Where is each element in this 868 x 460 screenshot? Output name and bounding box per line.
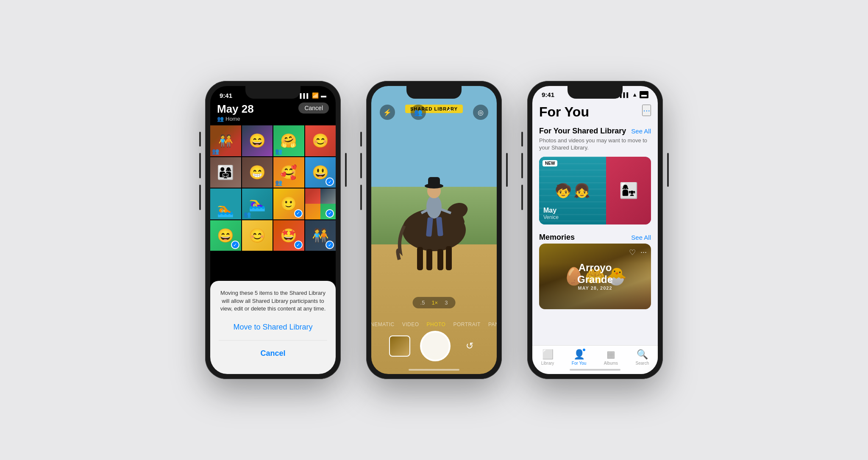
shared-library-section: For Your Shared Library See All Photos a…: [539, 127, 651, 224]
horse-rider-svg: [392, 128, 476, 272]
phone-3-home-indicator: [570, 369, 620, 371]
phone-1-cancel-button[interactable]: Cancel: [219, 346, 327, 361]
photo-cell[interactable]: 🤗 👥: [273, 125, 304, 156]
mode-photo[interactable]: PHOTO: [426, 321, 445, 327]
photo-selected-check: ✓: [231, 241, 239, 249]
memory-heart-button[interactable]: ♡: [629, 248, 636, 257]
phone-1-date: May 28: [217, 103, 254, 115]
svg-rect-4: [426, 249, 432, 270]
chevron-up-icon: ⌃: [446, 108, 453, 117]
wifi-icon: 📶: [312, 92, 319, 99]
zoom-3x-button[interactable]: 3: [443, 299, 449, 306]
shared-library-heading: For Your Shared Library: [539, 127, 626, 136]
shared-library-see-all[interactable]: See All: [631, 127, 651, 135]
photo-cell[interactable]: 😄 ✓: [210, 220, 241, 251]
scene: 9:41 ▌▌▌ 📶 ▬ May 28 👥 Home Cancel: [188, 64, 680, 396]
photo-selected-check: ✓: [326, 177, 334, 186]
photo-cell[interactable]: 😃 ✓: [305, 157, 336, 188]
photo-cell[interactable]: 🏊‍♀️ 👥: [242, 188, 273, 219]
zoom-0.5-button[interactable]: .5: [419, 299, 427, 306]
card-background: 🧒👧 NEW May Venice: [539, 157, 651, 224]
shared-badge-icon: 👥: [275, 148, 282, 155]
photo-cell[interactable]: 😊: [242, 220, 273, 251]
library-tab-icon: ⬜: [542, 349, 554, 360]
wifi-icon: ▲: [632, 91, 637, 98]
photo-cell[interactable]: 🥰 👥: [273, 157, 304, 188]
memories-heading: Memories: [539, 233, 575, 242]
chevron-up-button[interactable]: ⌃: [442, 105, 457, 120]
phone-2-screen: SHARED LIBRARY ⚡ 👥 ⌃ ◎ .5 1×: [371, 86, 497, 374]
tab-albums[interactable]: ▦ Albums: [604, 349, 618, 366]
flash-button[interactable]: ⚡: [380, 105, 395, 120]
mode-portrait[interactable]: PORTRAIT: [453, 321, 480, 327]
memories-section: Memories See All 🥚🤲🐣 ArroyoGrande: [539, 233, 651, 309]
phone-2-notch: [406, 86, 462, 99]
people-icon: 👥: [217, 116, 224, 122]
photo-cell[interactable]: 🏊: [210, 188, 241, 219]
shared-library-card[interactable]: 🧒👧 NEW May Venice: [539, 157, 651, 224]
photo-selected-check: ✓: [294, 209, 303, 218]
flip-camera-button[interactable]: ↺: [460, 337, 479, 355]
phone-2-home-indicator: [409, 369, 459, 371]
phone-2: SHARED LIBRARY ⚡ 👥 ⌃ ◎ .5 1×: [366, 81, 502, 379]
mode-video[interactable]: VIDEO: [402, 321, 419, 327]
phone-3-screen: 9:41 ▌▌▌▌ ▲ ▬ ··· For You For Your Share…: [532, 86, 658, 374]
memories-card[interactable]: 🥚🤲🐣 ArroyoGrande MAY 28, 2022 ♡ ···: [539, 244, 651, 309]
camera-mode-strip: CINEMATIC VIDEO PHOTO PORTRAIT PANO: [371, 321, 497, 327]
phone-1-popup-description: Moving these 5 items to the Shared Libra…: [219, 289, 327, 313]
albums-tab-icon: ▦: [606, 349, 615, 360]
photo-cell[interactable]: 😁: [242, 157, 273, 188]
photo-cell[interactable]: 🧑‍🤝‍🧑 👥: [210, 125, 241, 156]
camera-settings-button[interactable]: ◎: [473, 105, 488, 120]
photo-cell[interactable]: 🤩 ✓: [273, 220, 304, 251]
new-badge: NEW: [542, 160, 557, 166]
photo-cell[interactable]: 😄: [242, 125, 273, 156]
photo-cell[interactable]: ✓: [305, 188, 336, 219]
phone-1: 9:41 ▌▌▌ 📶 ▬ May 28 👥 Home Cancel: [205, 81, 341, 379]
albums-tab-label: Albums: [604, 361, 618, 366]
more-options-button[interactable]: ···: [642, 105, 651, 116]
svg-rect-5: [437, 249, 443, 270]
shared-library-description: Photos and videos you may want to move t…: [539, 137, 651, 152]
photo-cell[interactable]: 🧑‍🤝‍🧑 ✓: [305, 220, 336, 251]
photo-selected-check: ✓: [294, 241, 303, 249]
phone-1-time: 9:41: [220, 92, 232, 99]
zoom-1x-button[interactable]: 1×: [430, 299, 440, 306]
for-you-tab-label: For You: [572, 361, 586, 366]
photo-cell[interactable]: 😊: [305, 125, 336, 156]
mode-pano[interactable]: PANO: [488, 321, 497, 327]
last-photo-thumbnail[interactable]: [389, 335, 410, 357]
memory-more-button[interactable]: ···: [640, 248, 647, 257]
phone-1-photo-grid: 🧑‍🤝‍🧑 👥 😄 🤗 👥 😊 👨‍👩‍👧: [210, 125, 336, 251]
phone-3-notch: [568, 86, 623, 99]
move-to-shared-library-button[interactable]: Move to Shared Library: [219, 319, 327, 335]
flash-icon: ⚡: [383, 108, 392, 116]
memory-date: MAY 28, 2022: [578, 285, 612, 291]
search-tab-icon: 🔍: [637, 349, 648, 360]
settings-circle-icon: ◎: [478, 108, 484, 116]
phone-3-scroll-content: For You For Your Shared Library See All …: [532, 100, 658, 346]
photo-cell[interactable]: 👨‍👩‍👧: [210, 157, 241, 188]
phone-1-cancel-top[interactable]: Cancel: [298, 103, 329, 114]
shared-badge-icon: 👥: [275, 179, 282, 186]
mode-cinematic[interactable]: CINEMATIC: [371, 321, 395, 327]
card-left-panel: 🧒👧 NEW May Venice: [539, 157, 606, 224]
memories-section-header: Memories See All: [539, 233, 651, 242]
search-tab-label: Search: [636, 361, 649, 366]
tab-library[interactable]: ⬜ Library: [541, 349, 554, 366]
people-icon: 👥: [414, 108, 423, 116]
tab-for-you[interactable]: 👤 For You: [572, 349, 586, 366]
flip-icon: ↺: [466, 341, 473, 352]
tab-search[interactable]: 🔍 Search: [636, 349, 649, 366]
for-you-tab-badge-container: 👤: [573, 349, 585, 360]
shared-library-toggle[interactable]: 👥: [411, 105, 426, 120]
memories-see-all[interactable]: See All: [631, 234, 651, 241]
photo-selected-check: ✓: [326, 209, 334, 218]
card-month-label: May: [543, 207, 559, 214]
svg-rect-6: [446, 246, 452, 270]
card-location-label: Venice: [543, 214, 559, 220]
photo-cell[interactable]: 🙂 ✓: [273, 188, 304, 219]
shutter-button[interactable]: [420, 331, 451, 361]
phone-1-header: May 28 👥 Home Cancel: [210, 101, 336, 125]
horse-rider-area: [392, 128, 476, 274]
